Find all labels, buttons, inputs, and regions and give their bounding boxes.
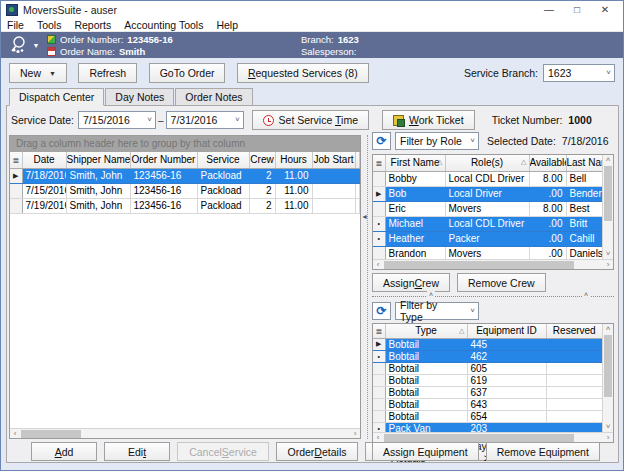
- table-row[interactable]: ▶7/18/2016Smith, John123456-16Packload21…: [10, 168, 360, 183]
- table-row[interactable]: Bobtail637: [373, 386, 603, 398]
- find-order-button[interactable]: ▼: [1, 35, 47, 55]
- row-selector[interactable]: [373, 362, 385, 374]
- column-header-hours[interactable]: Hours: [275, 152, 312, 168]
- cell[interactable]: Bobtail: [385, 410, 467, 422]
- close-icon[interactable]: ✕: [591, 1, 619, 18]
- column-header-available[interactable]: Available: [529, 155, 566, 171]
- menu-help[interactable]: Help: [216, 19, 238, 31]
- vertical-splitter[interactable]: ◄: [361, 135, 370, 439]
- table-row[interactable]: Bobtail605: [373, 362, 603, 374]
- collapse-up-icon[interactable]: ˄: [427, 291, 435, 298]
- menu-file[interactable]: File: [7, 19, 24, 31]
- cell[interactable]: 2: [249, 183, 275, 198]
- cell[interactable]: .00: [529, 186, 566, 201]
- cell[interactable]: [546, 374, 603, 386]
- scrollbar-thumb[interactable]: [21, 430, 81, 438]
- cell[interactable]: Bobby: [385, 171, 445, 186]
- add-button[interactable]: Add: [31, 442, 97, 461]
- scroll-right-icon[interactable]: ›: [350, 429, 360, 438]
- cell[interactable]: Eric: [385, 201, 445, 216]
- column-header-reserved[interactable]: Reserved: [546, 324, 603, 338]
- column-header-type[interactable]: Type△: [385, 324, 467, 338]
- cell[interactable]: Packload: [197, 183, 249, 198]
- scroll-left-icon[interactable]: ‹: [10, 429, 20, 438]
- cell[interactable]: Packload: [197, 198, 249, 213]
- row-selector[interactable]: [373, 171, 385, 186]
- tab-day-notes[interactable]: Day Notes: [105, 88, 174, 105]
- cell[interactable]: Bobtail: [385, 338, 467, 350]
- cell[interactable]: Britt: [566, 216, 603, 231]
- table-row[interactable]: 7/19/2016Smith, John123456-16Packload211…: [10, 198, 360, 213]
- group-by-bar[interactable]: Drag a column header here to group by th…: [10, 136, 360, 152]
- table-row[interactable]: Bobtail619: [373, 374, 603, 386]
- cell[interactable]: 2: [249, 198, 275, 213]
- menu-reports[interactable]: Reports: [74, 19, 111, 31]
- cell[interactable]: 123456-16: [130, 168, 197, 183]
- cell[interactable]: [546, 410, 603, 422]
- service-date-from-select[interactable]: 7/15/2016 ˅: [78, 111, 156, 129]
- row-selector[interactable]: [373, 374, 385, 386]
- order-details-button[interactable]: Order Details: [276, 442, 358, 461]
- cell[interactable]: 462: [467, 350, 546, 362]
- remove-equipment-button[interactable]: Remove Equipment: [486, 442, 600, 461]
- collapse-left-icon[interactable]: ◄: [361, 213, 368, 220]
- cell[interactable]: [312, 183, 355, 198]
- cell[interactable]: [312, 168, 355, 183]
- cell[interactable]: Michael: [385, 216, 445, 231]
- row-selector[interactable]: [373, 386, 385, 398]
- table-row[interactable]: Bobtail643: [373, 398, 603, 410]
- cell[interactable]: Movers: [445, 201, 529, 216]
- cell[interactable]: Smith, John: [66, 183, 130, 198]
- cell[interactable]: 637: [467, 386, 546, 398]
- cell[interactable]: Bender: [566, 186, 603, 201]
- column-header-service[interactable]: Service: [197, 152, 249, 168]
- cell[interactable]: [546, 350, 603, 362]
- column-header-job-start[interactable]: Job Start: [312, 152, 355, 168]
- row-selector[interactable]: •: [373, 231, 385, 246]
- cancel-service-button[interactable]: Cancel Service: [177, 442, 269, 461]
- cell[interactable]: 605: [467, 362, 546, 374]
- scroll-right-icon[interactable]: ›: [603, 433, 613, 442]
- row-selector[interactable]: [373, 201, 385, 216]
- cell[interactable]: [355, 183, 360, 198]
- cell[interactable]: 11.00: [275, 168, 312, 183]
- cell[interactable]: 619: [467, 374, 546, 386]
- cell[interactable]: 7/19/2016: [22, 198, 66, 213]
- vertical-scrollbar[interactable]: ˄ ˅: [602, 155, 613, 259]
- table-row[interactable]: Bobtail654: [373, 410, 603, 422]
- cell[interactable]: 11.00: [275, 183, 312, 198]
- cell[interactable]: Bobtail: [385, 386, 467, 398]
- cell[interactable]: Local Driver: [445, 186, 529, 201]
- menu-accounting-tools[interactable]: Accounting Tools: [124, 19, 203, 31]
- remove-crew-button[interactable]: Remove Crew: [457, 273, 546, 292]
- cell[interactable]: Smith, John: [66, 168, 130, 183]
- tab-dispatch-center[interactable]: Dispatch Center: [9, 88, 104, 106]
- table-row[interactable]: BobbyLocal CDL Driver8.00Bell: [373, 171, 603, 186]
- scrollbar-thumb[interactable]: [384, 261, 574, 269]
- maximize-icon[interactable]: □: [563, 1, 591, 18]
- cell[interactable]: Heather: [385, 231, 445, 246]
- table-row[interactable]: 7/15/2016Smith, John123456-16Packload211…: [10, 183, 360, 198]
- row-selector-header[interactable]: ≣: [373, 324, 385, 338]
- row-selector[interactable]: ▶: [10, 168, 22, 183]
- horizontal-scrollbar[interactable]: ‹ ›: [10, 428, 360, 438]
- service-branch-select[interactable]: 1623 ˅: [543, 64, 615, 82]
- column-header-roles[interactable]: Role(s)△: [445, 155, 529, 171]
- cell[interactable]: 2: [249, 168, 275, 183]
- filter-by-type-select[interactable]: Filter by Type ˅: [395, 302, 479, 320]
- horizontal-scrollbar[interactable]: ‹ ›: [373, 259, 613, 269]
- scroll-up-icon[interactable]: ˄: [603, 324, 613, 334]
- cell[interactable]: .00: [529, 231, 566, 246]
- cell[interactable]: 8.00: [529, 171, 566, 186]
- service-date-to-select[interactable]: 7/31/2016 ˅: [166, 111, 244, 129]
- requested-services-button[interactable]: Requested Services (8): [237, 63, 369, 83]
- scroll-left-icon[interactable]: ‹: [373, 433, 383, 442]
- cell[interactable]: 11.00: [275, 198, 312, 213]
- cell[interactable]: Packer: [445, 231, 529, 246]
- goto-order-button[interactable]: GoTo Order: [149, 63, 226, 83]
- scroll-left-icon[interactable]: ‹: [373, 260, 383, 269]
- new-button[interactable]: New ▼: [9, 63, 67, 83]
- cell[interactable]: Smith, John: [66, 198, 130, 213]
- cell[interactable]: Bobtail: [385, 398, 467, 410]
- set-service-time-button[interactable]: Set Service Time: [252, 110, 369, 130]
